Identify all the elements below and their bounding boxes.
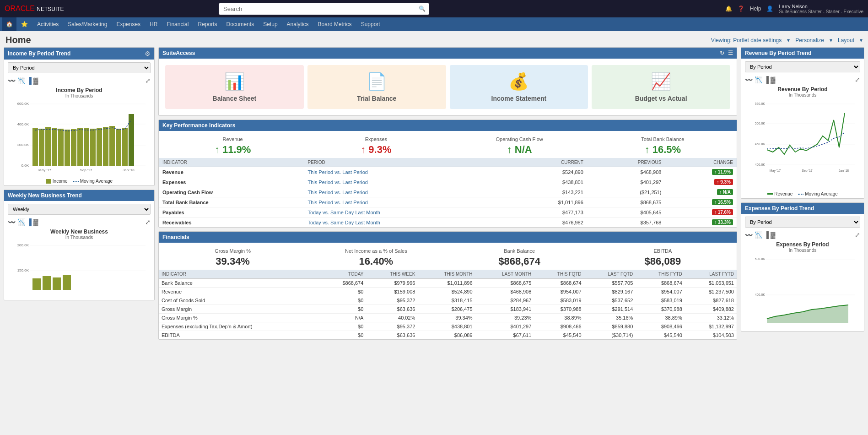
viewing-portlet-link[interactable]: Viewing: Portlet date settings: [711, 37, 782, 44]
area-chart-icon[interactable]: 📉: [17, 77, 25, 84]
income-period-controls: By Period: [4, 60, 154, 76]
weekly-line-icon[interactable]: 〰️: [8, 218, 16, 226]
fin-row1-thisfytd: $954,007: [636, 288, 685, 296]
weekly-period-select[interactable]: Weekly: [8, 204, 151, 215]
suite-card-budget-actual[interactable]: 📈 Budget vs Actual: [592, 65, 730, 109]
nav-salesmarketing[interactable]: Sales/Marketing: [63, 17, 112, 31]
revenue-line-icon[interactable]: 〰️: [745, 76, 753, 83]
fin-row6-thisfqtd: $45,540: [534, 331, 584, 340]
fin-net-income-label: Net Income as a % of Sales: [309, 248, 443, 254]
bar-chart-icon-selected[interactable]: ▐: [27, 77, 32, 84]
suite-menu-icon[interactable]: ☰: [728, 50, 733, 56]
revenue-chart-subtitle: In Thousands: [745, 92, 860, 98]
income-panel-settings[interactable]: ⚙: [145, 50, 151, 57]
kpi-period-2[interactable]: This Period vs. Last Period: [304, 187, 505, 197]
stacked-chart-icon[interactable]: ▓: [33, 77, 38, 84]
fin-row5-thisweek: $95,372: [366, 322, 418, 331]
nav-expenses[interactable]: Expenses: [112, 17, 145, 31]
expenses-period-select[interactable]: By Period: [745, 217, 860, 228]
weekly-expand-icon[interactable]: ⤢: [145, 218, 151, 226]
svg-rect-20: [109, 126, 115, 166]
nav-activities[interactable]: Activities: [32, 17, 63, 31]
weekly-bar-icon[interactable]: ▐: [27, 218, 32, 226]
suite-card-balance-sheet[interactable]: 📊 Balance Sheet: [165, 65, 304, 109]
revenue-bar-icon[interactable]: ▐: [764, 76, 769, 83]
budget-actual-icon: 📈: [651, 72, 671, 91]
expenses-stacked-icon[interactable]: ▓: [771, 231, 775, 239]
nav-reports[interactable]: Reports: [193, 17, 221, 31]
page-header: Home Viewing: Portlet date settings ▾ Pe…: [0, 31, 868, 47]
table-row: Revenue This Period vs. Last Period $524…: [159, 167, 737, 177]
financials-title: Financials: [162, 234, 189, 240]
nav-home[interactable]: 🏠: [2, 17, 16, 31]
suite-card-trial-balance[interactable]: 📄 Trial Balance: [307, 65, 446, 109]
fin-row4-lastfytd: 33.12%: [685, 314, 737, 322]
income-period-panel: Income By Period Trend ⚙ By Period 〰️ 📉 …: [4, 47, 155, 186]
income-period-select[interactable]: By Period: [8, 62, 151, 73]
kpi-period-0[interactable]: This Period vs. Last Period: [304, 167, 505, 177]
nav-documents[interactable]: Documents: [222, 17, 259, 31]
expenses-line-icon[interactable]: 〰️: [745, 231, 753, 239]
line-chart-icon[interactable]: 〰️: [8, 77, 16, 84]
revenue-legend-label: Revenue: [774, 191, 793, 196]
layout-link[interactable]: Layout: [838, 37, 854, 44]
nav-setup[interactable]: Setup: [259, 17, 282, 31]
expenses-area-icon[interactable]: 📉: [755, 231, 762, 239]
svg-rect-8: [32, 128, 38, 166]
kpi-period-1[interactable]: This Period vs. Last Period: [304, 177, 505, 187]
nav-recent[interactable]: ⭐: [16, 17, 32, 31]
suite-refresh-icon[interactable]: ↻: [720, 50, 724, 56]
page-title: Home: [5, 35, 31, 45]
revenue-period-select[interactable]: By Period: [745, 61, 860, 72]
revenue-expand-icon[interactable]: ⤢: [855, 76, 860, 83]
svg-rect-32: [43, 276, 51, 290]
nav-financial[interactable]: Financial: [162, 17, 193, 31]
table-row: Gross Margin % N/A 40.02% 39.34% 39.23% …: [159, 314, 737, 322]
fin-ebitda: EBITDA $86,089: [596, 248, 730, 267]
kpi-th-indicator: INDICATOR: [159, 158, 304, 167]
nav-boardmetrics[interactable]: Board Metrics: [313, 17, 356, 31]
fin-row4-thisfqtd: 38.89%: [534, 314, 584, 322]
fin-row1-thisweek: $159,008: [366, 288, 418, 296]
nav-hr[interactable]: HR: [145, 17, 162, 31]
search-input[interactable]: [219, 3, 429, 15]
svg-text:450.0K: 450.0K: [755, 142, 766, 146]
revenue-stacked-icon[interactable]: ▓: [771, 76, 775, 83]
income-chart-icons: 〰️ 📉 ▐ ▓ ⤢: [4, 76, 154, 85]
fin-th-thisfqtd: THIS FQTD: [534, 270, 584, 279]
income-chart-expand[interactable]: ⤢: [145, 77, 151, 84]
expenses-expand-icon[interactable]: ⤢: [855, 231, 860, 239]
kpi-indicator-4: Payables: [159, 207, 304, 218]
expenses-bar-icon[interactable]: ▐: [764, 231, 769, 239]
nav-support[interactable]: Support: [356, 17, 385, 31]
kpi-badge-2: ↑ N/A: [717, 189, 733, 195]
table-row: Receivables Today vs. Same Day Last Mont…: [159, 218, 737, 228]
nav-analytics[interactable]: Analytics: [282, 17, 313, 31]
kpi-expenses-summary: Expenses ↑ 9.3%: [309, 136, 443, 156]
weekly-area-icon[interactable]: 📉: [17, 218, 25, 226]
help-icon[interactable]: ❓: [738, 5, 744, 12]
revenue-chart-icons: 〰️ 📉 ▐ ▓ ⤢: [741, 75, 864, 84]
weekly-stacked-icon[interactable]: ▓: [33, 218, 38, 226]
fin-gross-margin-value: 39.34%: [166, 256, 300, 267]
user-icon[interactable]: 👤: [766, 5, 773, 12]
suite-card-income-statement[interactable]: 💰 Income Statement: [450, 65, 588, 109]
fin-row3-thisfytd: $370,988: [636, 305, 685, 314]
kpi-period-3[interactable]: This Period vs. Last Period: [304, 197, 505, 207]
notifications-icon[interactable]: 🔔: [725, 5, 732, 12]
revenue-movingavg-line: [798, 194, 803, 195]
personalize-link[interactable]: Personalize: [795, 37, 824, 44]
svg-rect-18: [97, 128, 102, 166]
fin-row5-indicator: Expenses (excluding Tax,Dep'n & Amort): [159, 322, 322, 331]
fin-row2-thisfqtd: $583,019: [534, 296, 584, 305]
navbar: 🏠 ⭐ Activities Sales/Marketing Expenses …: [0, 17, 868, 31]
fin-gross-margin-label: Gross Margin %: [166, 248, 300, 254]
kpi-period-4[interactable]: Today vs. Same Day Last Month: [304, 207, 505, 218]
kpi-period-5[interactable]: Today vs. Same Day Last Month: [304, 218, 505, 228]
revenue-panel-header: Revenue By Period Trend: [741, 48, 864, 59]
fin-row6-today: $0: [322, 331, 367, 340]
weekly-business-panel: Weekly New Business Trend Weekly 〰️ 📉 ▐ …: [4, 190, 155, 300]
financials-table: INDICATOR TODAY THIS WEEK THIS MONTH LAS…: [159, 270, 737, 339]
revenue-area-icon[interactable]: 📉: [755, 76, 762, 83]
fin-row1-lastfytd: $1,237,500: [685, 288, 737, 296]
